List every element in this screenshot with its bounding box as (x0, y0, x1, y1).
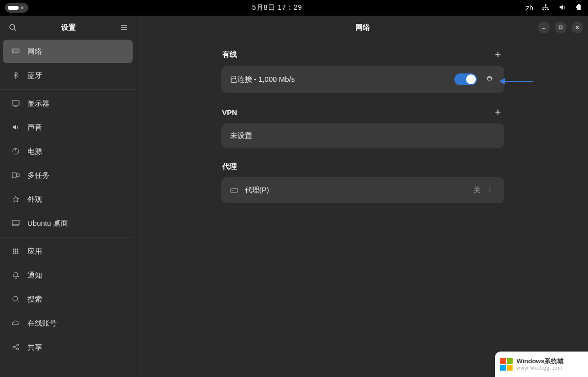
svg-rect-3 (545, 4, 546, 6)
watermark-title: Windows系统城 (517, 358, 564, 365)
svg-line-32 (17, 301, 19, 303)
vpn-heading: VPN (222, 108, 237, 117)
svg-point-27 (17, 251, 19, 252)
svg-rect-4 (577, 5, 581, 10)
proxy-state: 关 (473, 186, 481, 195)
sidebar-title: 设置 (20, 23, 117, 32)
svg-line-37 (15, 348, 17, 349)
vpn-empty-row: 未设置 (221, 123, 504, 148)
search-button[interactable] (6, 24, 20, 31)
sidebar-item-label: 蓝牙 (27, 71, 42, 80)
volume-tray-icon (559, 3, 566, 13)
close-button[interactable] (571, 22, 583, 33)
multitask-icon (12, 171, 20, 179)
search-icon (9, 24, 17, 31)
sidebar-item-label: 通知 (27, 271, 42, 280)
network-icon (12, 47, 20, 55)
maximize-button[interactable] (555, 22, 566, 33)
wired-connection-row[interactable]: 已连接 - 1,000 Mb/s (221, 66, 504, 93)
bluetooth-icon (12, 71, 20, 79)
maximize-icon (558, 25, 563, 30)
svg-point-24 (17, 249, 19, 250)
separator (0, 237, 136, 237)
activities-dot-icon (21, 6, 24, 9)
svg-rect-0 (542, 9, 544, 10)
sidebar-item-appearance[interactable]: 外观 (3, 188, 133, 211)
svg-point-22 (13, 249, 15, 250)
clock[interactable]: 5月8日 17：29 (252, 3, 303, 12)
sidebar-item-label: Ubuntu 桌面 (27, 219, 68, 228)
cloud-icon (12, 319, 20, 327)
menu-button[interactable] (117, 24, 131, 31)
top-panel: 5月8日 17：29 zh (0, 0, 588, 16)
apps-icon (12, 247, 20, 255)
svg-rect-14 (12, 100, 19, 105)
sidebar-item-sound[interactable]: 声音 (3, 116, 133, 139)
sidebar-item-displays[interactable]: 显示器 (3, 92, 133, 115)
network-tray-icon (542, 3, 550, 13)
watermark: Windows系统城 www.wxcLgg.com (495, 352, 588, 377)
svg-rect-20 (12, 220, 19, 225)
vpn-add-button[interactable] (493, 107, 503, 118)
wired-add-button[interactable] (493, 49, 503, 60)
sidebar-item-online-accounts[interactable]: 在线账号 (3, 311, 133, 335)
svg-point-34 (17, 344, 19, 346)
svg-point-29 (15, 253, 17, 254)
proxy-label: 代理(P) (245, 186, 269, 195)
svg-line-36 (15, 346, 17, 347)
sidebar-item-search[interactable]: 搜索 (3, 287, 133, 311)
sidebar-item-label: 网络 (27, 47, 42, 56)
sidebar-item-label: 外观 (27, 195, 42, 204)
sidebar-list: 网络 蓝牙 显示器 声音 电源 多任务 (0, 39, 137, 377)
battery-tray-icon (575, 3, 583, 13)
svg-point-23 (15, 249, 17, 250)
sidebar-item-sharing[interactable]: 共享 (3, 335, 133, 359)
svg-point-47 (232, 190, 233, 191)
search-icon (12, 295, 20, 303)
vpn-section: VPN 未设置 (221, 107, 504, 148)
sidebar-item-label: 搜索 (27, 295, 42, 304)
settings-window: 设置 网络 蓝牙 显示器 声音 (0, 16, 588, 377)
svg-point-35 (17, 348, 19, 350)
activities-button[interactable] (5, 3, 28, 13)
sidebar-item-ubuntu-desktop[interactable]: Ubuntu 桌面 (3, 212, 133, 235)
svg-point-33 (13, 346, 15, 348)
svg-point-12 (13, 50, 14, 51)
display-icon (12, 99, 20, 107)
status-area[interactable]: zh (526, 3, 583, 13)
wired-toggle[interactable] (454, 73, 477, 85)
sidebar: 设置 网络 蓝牙 显示器 声音 (0, 16, 137, 377)
svg-point-26 (15, 251, 17, 252)
content-header: 网络 (137, 16, 588, 39)
minimize-icon (541, 25, 546, 30)
svg-point-28 (13, 253, 15, 254)
plus-icon (494, 51, 501, 58)
wired-heading: 有线 (222, 50, 237, 59)
desktop-icon (12, 219, 20, 227)
sound-icon (12, 123, 20, 131)
sidebar-item-label: 共享 (27, 343, 42, 352)
svg-rect-2 (547, 9, 549, 10)
minimize-button[interactable] (538, 22, 550, 33)
main-area: 有线 已连接 - 1,000 Mb/s VPN (137, 39, 588, 377)
sidebar-item-applications[interactable]: 应用 (3, 239, 133, 263)
sidebar-item-network[interactable]: 网络 (3, 40, 133, 63)
close-icon (575, 25, 580, 30)
input-method-indicator[interactable]: zh (526, 4, 533, 12)
proxy-row[interactable]: 代理(P) 关 〉 (221, 177, 504, 203)
proxy-section: 代理 代理(P) 关 〉 (221, 162, 504, 203)
hamburger-icon (120, 24, 128, 31)
content-pane: 网络 有线 已连接 - 1,000 Mb/s (137, 16, 588, 377)
svg-point-6 (10, 24, 15, 29)
separator (0, 89, 136, 90)
sidebar-item-power[interactable]: 电源 (3, 140, 133, 163)
svg-point-30 (17, 253, 19, 254)
svg-point-25 (13, 251, 15, 252)
sidebar-item-label: 在线账号 (27, 319, 57, 328)
wired-settings-button[interactable] (484, 73, 495, 85)
sidebar-item-notifications[interactable]: 通知 (3, 263, 133, 287)
sidebar-item-bluetooth[interactable]: 蓝牙 (3, 64, 133, 87)
sidebar-header: 设置 (0, 16, 137, 39)
sidebar-item-multitasking[interactable]: 多任务 (3, 164, 133, 187)
chevron-right-icon: 〉 (488, 185, 495, 195)
